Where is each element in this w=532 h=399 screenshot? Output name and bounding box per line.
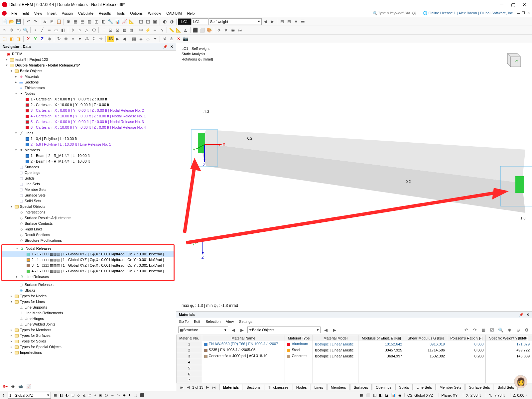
tree-item[interactable]: ◇Surface Contacts xyxy=(0,221,176,226)
tree-item[interactable]: ▸Imperfections xyxy=(0,350,176,355)
prev-icon[interactable]: ◀ xyxy=(262,18,269,25)
table-row[interactable]: 5 xyxy=(177,365,532,371)
tree-item[interactable]: ▸Types for Members xyxy=(0,327,176,333)
cursor-icon[interactable]: ↖ xyxy=(1,27,8,34)
menu-options[interactable]: Options xyxy=(127,10,145,16)
tree-item[interactable]: ▢Line Sets xyxy=(0,181,176,187)
tool-icon[interactable]: ⁜ xyxy=(97,36,104,42)
sb-icon[interactable]: 📊 xyxy=(391,393,396,397)
tree-member[interactable]: 1 - Beam | 2 - R_M1 4/4 | L : 10.00 ft xyxy=(0,153,176,159)
tool-icon[interactable]: ▦ xyxy=(72,18,79,25)
tree-item[interactable]: ▢Solids xyxy=(0,176,176,181)
tree-item[interactable]: ▸test.rf6 | Project 123 xyxy=(0,57,176,63)
tool-icon[interactable]: ↷ xyxy=(471,327,478,333)
sb-icon[interactable]: ◧ xyxy=(379,393,382,397)
nav-eye-icon[interactable]: 👁 xyxy=(11,385,15,389)
tool-icon[interactable]: ⤡ xyxy=(159,27,165,34)
tree-item[interactable]: ▾Double Members - Nodal Release.rf6* xyxy=(0,63,176,68)
table-row[interactable]: 3 Concrete f'c = 4000 psi | ACI 318-19 C… xyxy=(177,353,532,359)
tree-item[interactable]: ⊥Line Mesh Refinements xyxy=(0,310,176,316)
cube-icon[interactable]: ◧ xyxy=(8,36,15,42)
tool-icon[interactable]: ⚡ xyxy=(145,27,151,34)
tab-line-sets[interactable]: Line Sets xyxy=(413,384,436,390)
sb-icon[interactable]: ◐ xyxy=(66,393,69,397)
tree-item[interactable]: ▾Basic Objects xyxy=(0,68,176,74)
nav-camera-icon[interactable]: 📹 xyxy=(18,384,23,389)
tree-item[interactable]: ▢Openings xyxy=(0,170,176,176)
menu-restore-icon[interactable]: ❐ xyxy=(522,11,525,15)
cs-select[interactable]: 1 - Global XYZ▾ xyxy=(8,392,51,399)
axis-y-icon[interactable]: Y xyxy=(32,36,39,42)
tree-item[interactable]: ▸Types for Special Objects xyxy=(0,344,176,350)
tree-node[interactable]: 2 - Cartesian | X : 10.00 ft | Y : 0.00 … xyxy=(0,102,176,108)
tool-icon[interactable]: ◊ xyxy=(69,27,76,34)
tree-item[interactable]: ▸Types for Solids xyxy=(0,338,176,344)
tool-icon[interactable]: ⬠ xyxy=(90,27,97,34)
sb-icon[interactable]: ⤡ xyxy=(117,393,120,397)
tree-item[interactable]: ▾•Nodes xyxy=(0,91,176,96)
next-icon[interactable]: ▶ xyxy=(269,18,276,25)
tab-openings[interactable]: Openings xyxy=(372,384,395,390)
tree-item[interactable]: ≡Thicknesses xyxy=(0,85,176,91)
tree-item[interactable]: ▾╱Lines xyxy=(0,130,176,136)
tool-icon[interactable]: ◧ xyxy=(100,18,107,25)
tab-members[interactable]: Members xyxy=(327,384,350,390)
new-icon[interactable]: 📄 xyxy=(1,18,8,25)
tree-node[interactable]: 1 - Cartesian | X : 0.00 ft | Y : 0.00 f… xyxy=(0,96,176,102)
tool-icon[interactable]: ◇ xyxy=(145,36,151,42)
sb-icon[interactable]: ◪ xyxy=(385,393,388,397)
tool-icon[interactable]: △ xyxy=(83,27,90,34)
col-header[interactable]: Material Model xyxy=(313,335,358,341)
undo-icon[interactable]: ↶ xyxy=(25,18,32,25)
panel-menu-edit[interactable]: Edit xyxy=(194,320,200,324)
tree-item[interactable]: ▢Member Sets xyxy=(0,187,176,193)
rotate-icon[interactable]: ⟲ xyxy=(15,27,22,34)
tool-icon[interactable]: ▾ xyxy=(76,36,83,42)
tree-item[interactable]: ▸Types for Surfaces xyxy=(0,333,176,338)
tool-icon[interactable]: ⚙ xyxy=(523,327,530,333)
panel-menu-view[interactable]: View xyxy=(226,320,234,324)
menu-calculate[interactable]: Calculate xyxy=(75,10,96,16)
copy-icon[interactable]: ⎘ xyxy=(49,18,55,25)
panel-menu-selection[interactable]: Selection xyxy=(205,320,220,324)
tree-item[interactable]: ▸◆Materials xyxy=(0,74,176,79)
tree-item[interactable]: ◇Rigid Links xyxy=(0,226,176,232)
tool-icon[interactable]: ∡ xyxy=(182,27,189,34)
table-row[interactable]: 2 S235 | EN 1993-1-1:2005-05 Steel Isotr… xyxy=(177,347,532,353)
tree-item[interactable]: ▾Special Objects xyxy=(0,204,176,209)
print-icon[interactable]: 🖨 xyxy=(42,18,48,25)
nodal-release-item[interactable]: 4 - 1 - □□□ ▥▥▥ | 1 - Global XYZ | Cφ,X … xyxy=(2,268,174,274)
tree-node[interactable]: 3 - Cartesian | X : 0.00 ft | Y : 0.00 f… xyxy=(0,108,176,113)
tree-item[interactable]: ▢Surface Releases xyxy=(0,282,176,288)
tree-root[interactable]: ▣RFEM xyxy=(0,51,176,57)
materials-table[interactable]: Material No.Material NameMaterial TypeMa… xyxy=(176,335,532,383)
sb-icon[interactable]: ∡ xyxy=(82,393,86,397)
tool-icon[interactable]: 📐 xyxy=(175,27,182,34)
tree-node[interactable]: 5 - Cartesian | X : 0.00 ft | Y : 0.00 f… xyxy=(0,119,176,125)
menu-results[interactable]: Results xyxy=(96,10,114,16)
sb-icon[interactable]: ⊕ xyxy=(88,393,91,397)
tool-icon[interactable]: ◉ xyxy=(229,27,236,34)
menu-file[interactable]: File xyxy=(9,10,20,16)
tool-icon[interactable]: ⚙ xyxy=(65,18,72,25)
prev-icon[interactable]: ◀ xyxy=(230,327,237,333)
tool-icon[interactable]: 🔧 xyxy=(107,18,114,25)
sb-icon[interactable]: ⊡ xyxy=(71,393,74,397)
tool-icon[interactable]: ⬜ xyxy=(199,27,205,34)
tree-line[interactable]: 1 - 3,4 | Polyline | L : 10.00 ft xyxy=(0,136,176,142)
sb-icon[interactable]: ⬜ xyxy=(366,393,370,397)
tool-icon[interactable]: ⛭ xyxy=(215,27,222,34)
table-row[interactable]: 4 xyxy=(177,359,532,365)
tool-icon[interactable]: ◐ xyxy=(161,18,168,25)
sb-icon[interactable]: ▣ xyxy=(99,393,102,397)
maximize-button[interactable]: ▢ xyxy=(507,1,519,8)
tab-surface-sets[interactable]: Surface Sets xyxy=(465,384,493,390)
tree-item[interactable]: ▢Solid Sets xyxy=(0,198,176,204)
menu-view[interactable]: View xyxy=(32,10,45,16)
tool-icon[interactable]: ✂ xyxy=(138,27,144,34)
menu-insert[interactable]: Insert xyxy=(45,10,59,16)
menu-close-icon[interactable]: ✕ xyxy=(527,11,530,15)
nav-close-icon[interactable]: ✕ xyxy=(170,45,173,49)
sb-icon[interactable]: ▦ xyxy=(360,393,363,397)
tree-line[interactable]: 2 - 5,6 | Polyline | L : 10.00 ft | Line… xyxy=(0,142,176,147)
